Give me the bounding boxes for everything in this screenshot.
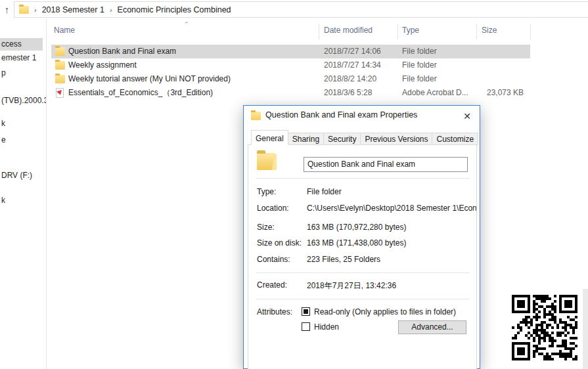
file-date: 2018/7/27 14:06: [324, 45, 381, 58]
file-date: 2018/3/6 5:28: [324, 86, 372, 100]
file-date: 2018/7/27 14:34: [324, 58, 381, 72]
breadcrumb-segment-2[interactable]: Economic Principles Combined: [118, 5, 231, 14]
size-label: Size:: [257, 223, 275, 232]
tab-general[interactable]: General: [251, 130, 288, 145]
close-icon[interactable]: ✕: [461, 110, 474, 123]
size-on-disk-value: 163 MB (171,438,080 bytes): [307, 238, 406, 248]
chevron-right-icon: ›: [104, 6, 118, 14]
divider: [256, 299, 470, 299]
sidebar-item-e[interactable]: e: [0, 134, 6, 146]
column-header-size[interactable]: Size: [482, 26, 497, 35]
file-row-selected[interactable]: Question Bank and Final exam 2018/7/27 1…: [51, 45, 530, 58]
column-divider[interactable]: [319, 24, 319, 39]
location-value: C:\Users\Evelyn\Desktop\2018 Semester 1\…: [307, 204, 476, 213]
sidebar-item-desktop[interactable]: p: [0, 67, 6, 79]
file-name[interactable]: Weekly assignment: [68, 58, 137, 72]
folder-icon: [55, 47, 65, 56]
column-divider[interactable]: [476, 24, 477, 39]
folder-icon: [251, 112, 261, 120]
size-value: 163 MB (170,972,280 bytes): [307, 223, 406, 232]
folder-name-input[interactable]: Question Bank and Final exam: [304, 157, 468, 172]
sidebar-item-k1[interactable]: k: [0, 118, 5, 130]
file-name[interactable]: Essentials_of_Economics_（3rd_Edition): [68, 86, 213, 100]
breadcrumb-segment-1[interactable]: 2018 Semester 1: [42, 5, 104, 14]
tab-strip: General Sharing Security Previous Versio…: [251, 131, 478, 145]
divider: [256, 272, 470, 273]
attributes-label: Attributes:: [257, 307, 292, 316]
sidebar-item-quick-access[interactable]: ccess: [0, 38, 43, 51]
size-on-disk-label: Size on disk:: [257, 238, 302, 248]
column-header-name[interactable]: Name: [54, 26, 75, 35]
read-only-label: Read-only (Only applies to files in fold…: [314, 307, 456, 316]
read-only-checkbox[interactable]: [302, 307, 310, 316]
file-type: Adobe Acrobat D...: [402, 86, 468, 100]
file-type: File folder: [402, 58, 437, 72]
file-date: 2018/8/2 14:20: [324, 72, 376, 86]
chevron-right-icon: ›: [29, 6, 42, 14]
hidden-label: Hidden: [314, 322, 339, 332]
file-row[interactable]: Essentials_of_Economics_（3rd_Edition) 20…: [51, 86, 530, 100]
folder-icon: [55, 61, 65, 70]
advanced-button[interactable]: Advanced...: [398, 320, 466, 334]
navigation-pane: ccess emester 1 p (TVB).2000.3 k e DRV (…: [0, 19, 47, 369]
type-value: File folder: [307, 187, 342, 196]
file-row[interactable]: Weekly assignment 2018/7/27 14:34 File f…: [51, 58, 530, 72]
file-row[interactable]: Weekly tutorial answer (My Uni NOT provi…: [51, 72, 530, 86]
contains-value: 223 Files, 25 Folders: [307, 255, 380, 264]
dialog-title: Question Bank and Final exam Properties: [265, 110, 417, 119]
divider: [256, 178, 470, 179]
created-value: 2018年7月27日, 13:42:36: [307, 280, 396, 292]
folder-icon: [55, 75, 65, 83]
created-label: Created:: [257, 280, 287, 290]
sidebar-item-semester[interactable]: emester 1: [0, 52, 36, 64]
file-type: File folder: [402, 45, 437, 58]
column-header-type[interactable]: Type: [402, 26, 419, 35]
hidden-checkbox[interactable]: [302, 322, 310, 331]
window-edge: [583, 289, 588, 369]
tab-security[interactable]: Security: [323, 133, 361, 145]
sidebar-item-tvb[interactable]: (TVB).2000.3: [0, 95, 47, 107]
type-label: Type:: [257, 187, 276, 196]
sidebar-item-k2[interactable]: k: [0, 194, 5, 207]
location-label: Location:: [257, 204, 289, 213]
file-name[interactable]: Question Bank and Final exam: [68, 45, 176, 58]
folder-icon-large: [257, 153, 275, 170]
file-name[interactable]: Weekly tutorial answer (My Uni NOT provi…: [68, 72, 231, 86]
file-type: File folder: [402, 72, 437, 86]
tab-previous-versions[interactable]: Previous Versions: [360, 133, 432, 145]
column-divider[interactable]: [530, 24, 531, 39]
up-arrow-icon[interactable]: ↑: [1, 3, 13, 16]
tab-sharing[interactable]: Sharing: [288, 133, 324, 145]
folder-icon: [19, 6, 29, 14]
column-header-date-modified[interactable]: Date modified: [324, 26, 373, 35]
address-bar[interactable]: › 2018 Semester 1 › Economic Principles …: [14, 1, 588, 18]
sidebar-item-drive-f[interactable]: DRV (F:): [0, 169, 32, 182]
column-divider[interactable]: [397, 24, 398, 39]
sort-ascending-icon[interactable]: ⌃: [184, 21, 189, 28]
pdf-icon: [56, 88, 64, 98]
file-size: 23,073 KB: [470, 86, 524, 100]
contains-label: Contains:: [257, 255, 290, 264]
properties-dialog: Question Bank and Final exam Properties …: [243, 105, 480, 369]
explorer-topbar: ↑ › 2018 Semester 1 › Economic Principle…: [0, 0, 588, 19]
qr-code: [510, 293, 579, 362]
tab-customize[interactable]: Customize: [432, 133, 478, 145]
